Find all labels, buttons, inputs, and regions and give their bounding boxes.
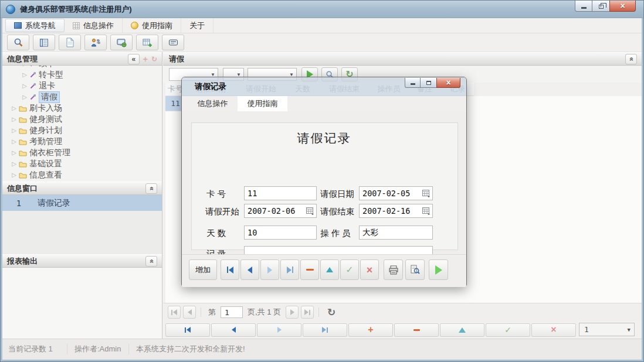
monitor-button[interactable] xyxy=(110,35,133,50)
collapse-report-output-button[interactable]: » xyxy=(145,256,157,267)
report-button[interactable] xyxy=(33,35,55,50)
chevron-up-icon: » xyxy=(147,259,155,263)
table-add-button[interactable] xyxy=(136,35,158,50)
nav-next-button[interactable] xyxy=(260,259,279,280)
calendar-picker-button[interactable] xyxy=(422,206,431,216)
expand-arrow-icon[interactable]: ▷ xyxy=(11,160,18,167)
record-post-button[interactable]: ✓ xyxy=(486,323,530,337)
expand-arrow-icon[interactable]: ▷ xyxy=(11,105,18,111)
nav-last-button[interactable] xyxy=(280,259,299,280)
page-prefix-label: 第 xyxy=(208,307,216,317)
expand-arrow-icon[interactable]: ▷ xyxy=(11,149,18,156)
folder-icon xyxy=(19,160,27,168)
print-preview-button[interactable] xyxy=(405,259,425,280)
dialog-maximize-button[interactable] xyxy=(421,78,436,88)
collapse-main-panel-button[interactable]: » xyxy=(625,54,637,64)
window-controls: × xyxy=(575,1,636,12)
info-window-row-selected[interactable]: 1 请假记录 xyxy=(2,195,162,211)
restore-button[interactable] xyxy=(592,1,609,12)
expand-arrow-icon[interactable]: ▷ xyxy=(21,66,28,67)
tree-item-swipe-entry[interactable]: ▷ 刷卡入场 xyxy=(2,103,162,114)
play-icon xyxy=(435,265,442,275)
minimize-button[interactable] xyxy=(575,1,592,12)
record-next-button[interactable] xyxy=(257,323,301,337)
record-edit-button[interactable] xyxy=(440,323,484,337)
prev-page-button[interactable] xyxy=(183,306,196,319)
days-input[interactable] xyxy=(244,226,317,240)
app-logo-icon xyxy=(6,5,15,14)
print-button[interactable] xyxy=(384,259,403,280)
menu-item-system-nav[interactable]: 系统导航 xyxy=(5,19,65,32)
user-settings-button[interactable] xyxy=(84,35,107,50)
tree-item-leave[interactable]: ▷ 请假 xyxy=(2,91,162,103)
calendar-picker-button[interactable] xyxy=(306,206,315,216)
menu-item-about[interactable]: 关于 xyxy=(181,18,213,33)
tree-item-locker[interactable]: ▷ 储衣柜管理 xyxy=(2,147,162,158)
search-button[interactable] xyxy=(7,35,29,50)
expand-arrow-icon[interactable]: ▷ xyxy=(11,116,18,122)
leave-end-field xyxy=(359,204,433,218)
nav-prior-button[interactable] xyxy=(240,259,259,280)
tree-item-change-card-type[interactable]: ▷ 转卡型 xyxy=(2,69,162,80)
record-cancel-button[interactable]: × xyxy=(531,323,576,337)
card-reader-button[interactable] xyxy=(162,35,184,50)
first-page-button[interactable] xyxy=(168,306,181,319)
nav-first-button[interactable] xyxy=(221,259,239,280)
dialog-toolbar: 增加 ✓ × xyxy=(182,254,466,287)
edit-button[interactable] xyxy=(320,259,339,280)
chevron-up-icon: » xyxy=(147,186,155,190)
record-toolbar: + ✓ × 1 ▼ xyxy=(163,321,643,339)
refresh-icon[interactable]: ↻ xyxy=(151,56,157,63)
operation-icon xyxy=(29,94,36,101)
tab-guide[interactable]: 使用指南 xyxy=(238,96,287,111)
record-first-button[interactable] xyxy=(165,323,210,337)
tree-item-attendance[interactable]: ▷ 考勤管理 xyxy=(2,136,162,147)
tree-item-return-card[interactable]: ▷ 退卡 xyxy=(2,80,162,91)
record-count-select[interactable]: 1 ▼ xyxy=(579,323,635,336)
expand-arrow-icon[interactable]: ▷ xyxy=(11,172,18,178)
expand-arrow-icon[interactable]: ▷ xyxy=(11,127,18,134)
window-title: 健身俱乐部管理系统(非注册用户) xyxy=(20,4,132,15)
add-button[interactable]: 增加 xyxy=(189,259,217,280)
expand-arrow-icon[interactable]: ▷ xyxy=(21,83,28,89)
record-insert-button[interactable]: + xyxy=(348,323,393,337)
last-page-button[interactable] xyxy=(301,306,314,319)
dialog-minimize-button[interactable] xyxy=(405,78,421,88)
tree-item-fitness-test[interactable]: ▷ 健身测试 xyxy=(2,114,162,125)
tree-item-fitness-plan[interactable]: ▷ 健身计划 xyxy=(2,125,162,136)
record-delete-button[interactable] xyxy=(394,323,439,337)
printer-icon xyxy=(388,265,399,275)
minimize-icon xyxy=(581,7,587,9)
collapse-info-window-button[interactable]: » xyxy=(145,183,157,194)
calendar-picker-button[interactable] xyxy=(422,189,431,198)
document-button[interactable] xyxy=(59,35,81,50)
expand-arrow-icon[interactable]: ▷ xyxy=(21,71,28,78)
expand-arrow-icon[interactable]: ▷ xyxy=(11,138,18,145)
record-last-button[interactable] xyxy=(303,323,347,337)
tree-item-info-view[interactable]: ▷ 信息查看 xyxy=(2,169,162,180)
operator-input[interactable] xyxy=(359,226,433,240)
add-icon[interactable]: + xyxy=(143,55,148,63)
collapse-sidebar-button[interactable]: « xyxy=(128,54,140,64)
app-window: 健身俱乐部管理系统(非注册用户) × 系统导航 信息操作 使用指南 关于 xyxy=(0,0,644,362)
card-no-input[interactable] xyxy=(244,186,317,200)
panel-header-leave: 请假 » xyxy=(163,52,643,66)
expand-arrow-icon[interactable]: ▷ xyxy=(21,94,28,100)
cancel-button[interactable]: × xyxy=(360,259,379,280)
refresh-pages-icon[interactable]: ↻ xyxy=(327,308,335,317)
menu-item-guide[interactable]: 使用指南 xyxy=(123,18,181,33)
menu-item-info-ops[interactable]: 信息操作 xyxy=(65,18,123,33)
post-button[interactable]: ✓ xyxy=(340,259,359,280)
tab-info-ops[interactable]: 信息操作 xyxy=(188,96,238,111)
next-page-button[interactable] xyxy=(286,306,299,319)
dialog-content: 请假记录 卡 号 请假日期 请假开始 xyxy=(182,111,466,254)
tree-item-label: 健身计划 xyxy=(29,125,62,136)
dialog-close-button[interactable]: × xyxy=(436,78,460,88)
tree-item-basic-settings[interactable]: ▷ 基础设置 xyxy=(2,158,162,169)
record-prev-button[interactable] xyxy=(211,323,256,337)
window-frame-bottom xyxy=(1,360,643,361)
run-button[interactable] xyxy=(429,259,448,280)
close-button[interactable]: × xyxy=(609,1,636,12)
delete-button[interactable] xyxy=(300,259,319,280)
page-input[interactable] xyxy=(221,306,243,318)
